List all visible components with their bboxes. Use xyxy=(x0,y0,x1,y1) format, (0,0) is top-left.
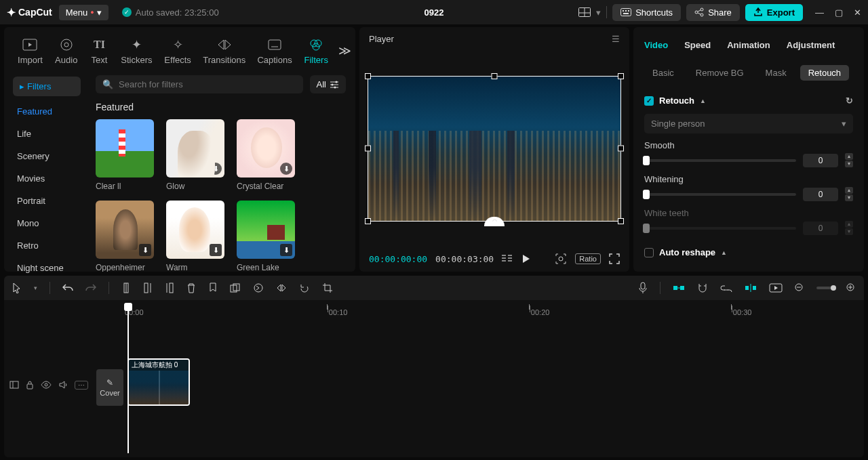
category-scenery[interactable]: Scenery xyxy=(7,145,86,167)
layout-icon[interactable] xyxy=(578,7,591,17)
filter-item[interactable]: ⬇ Green Lake xyxy=(237,201,295,272)
resize-handle[interactable] xyxy=(618,73,624,79)
mute-icon[interactable] xyxy=(58,380,68,390)
subtab-basic[interactable]: Basic xyxy=(644,65,682,81)
resize-handle[interactable] xyxy=(365,73,371,79)
resize-handle[interactable] xyxy=(365,218,371,224)
tab-transitions[interactable]: Transitions xyxy=(197,35,252,68)
resize-handle[interactable] xyxy=(618,218,624,224)
mic-icon[interactable] xyxy=(638,282,648,294)
lock-icon[interactable] xyxy=(26,380,34,390)
scan-icon[interactable] xyxy=(555,253,567,265)
link-icon[interactable] xyxy=(720,284,732,292)
category-portrait[interactable]: Portrait xyxy=(7,190,86,212)
more-tabs-icon[interactable]: ≫ xyxy=(338,43,351,58)
rotate-icon[interactable] xyxy=(299,283,310,293)
whitening-slider[interactable] xyxy=(644,193,796,196)
undo-icon[interactable] xyxy=(62,283,73,293)
split-right-icon[interactable] xyxy=(165,283,174,293)
split-left-icon[interactable] xyxy=(143,283,153,293)
download-icon[interactable]: ⬇ xyxy=(210,163,222,175)
cover-button[interactable]: ✎ Cover xyxy=(96,369,123,406)
fullscreen-icon[interactable] xyxy=(609,253,620,264)
slider-thumb[interactable] xyxy=(643,156,650,165)
ratio-button[interactable]: Ratio xyxy=(575,253,601,264)
preview-toggle-icon[interactable] xyxy=(769,283,783,293)
zoom-out-icon[interactable] xyxy=(795,283,804,293)
redo-icon[interactable] xyxy=(85,283,96,293)
slider-thumb[interactable] xyxy=(643,190,650,199)
retouch-checkbox[interactable]: ✓ xyxy=(644,96,654,106)
tool-dropdown-icon[interactable]: ▾ xyxy=(34,285,37,291)
filter-item[interactable]: ⬇ Oppenheimer xyxy=(96,201,154,272)
tab-effects[interactable]: ✧ Effects xyxy=(158,35,197,68)
download-icon[interactable]: ⬇ xyxy=(139,244,151,256)
player-viewport[interactable]: ◠ xyxy=(359,51,629,246)
category-featured[interactable]: Featured xyxy=(7,100,86,123)
menu-button[interactable]: Menu ● ▾ xyxy=(59,5,108,20)
play-icon[interactable] xyxy=(521,254,530,264)
download-icon[interactable]: ⬇ xyxy=(210,244,222,256)
auto-reshape-checkbox[interactable] xyxy=(644,248,654,257)
timeline-ruler[interactable]: 00:00 |00:10 |00:20 |00:30 xyxy=(125,304,857,318)
retouch-mode-select[interactable]: Single person ▾ xyxy=(644,114,853,133)
track-collapse-icon[interactable] xyxy=(9,381,19,389)
resize-handle[interactable] xyxy=(492,73,498,79)
video-frame[interactable]: ◠ xyxy=(368,76,621,222)
filter-item[interactable]: Clear ll xyxy=(96,119,154,191)
tab-video[interactable]: Video xyxy=(644,40,668,50)
zoom-slider[interactable] xyxy=(816,287,834,289)
tab-text[interactable]: TI Text xyxy=(84,35,115,68)
subtab-removebg[interactable]: Remove BG xyxy=(688,65,752,81)
collapse-icon[interactable]: ▲ xyxy=(700,98,706,104)
window-maximize-icon[interactable]: ▢ xyxy=(835,7,843,18)
category-retro[interactable]: Retro xyxy=(7,234,86,257)
timeline-body[interactable]: 00:00 |00:10 |00:20 |00:30 ⋯ ✎ Cover 上海城… xyxy=(4,300,864,457)
resize-handle[interactable] xyxy=(618,146,624,152)
duplicate-icon[interactable] xyxy=(230,283,241,293)
magnet-main-icon[interactable] xyxy=(673,283,685,293)
video-clip[interactable]: 上海城市航拍 0 xyxy=(127,358,190,406)
chevron-down-icon[interactable]: ▾ xyxy=(596,7,601,18)
filter-search-input[interactable] xyxy=(119,79,296,89)
export-button[interactable]: Export xyxy=(745,4,803,21)
resize-handle[interactable] xyxy=(365,146,371,152)
shortcuts-button[interactable]: Shortcuts xyxy=(612,4,681,21)
magnet-icon[interactable] xyxy=(697,283,708,293)
tab-adjustment[interactable]: Adjustment xyxy=(787,40,835,50)
filter-all-button[interactable]: All xyxy=(310,75,346,93)
subtab-retouch[interactable]: Retouch xyxy=(800,65,849,81)
download-icon[interactable]: ⬇ xyxy=(280,244,292,256)
marker-icon[interactable] xyxy=(208,283,218,293)
step-down[interactable]: ▾ xyxy=(845,161,853,167)
tab-stickers[interactable]: ✦ Stickers xyxy=(115,35,159,68)
list-view-icon[interactable] xyxy=(502,255,513,263)
tab-animation[interactable]: Animation xyxy=(727,40,770,50)
subtab-mask[interactable]: Mask xyxy=(757,65,795,81)
tab-speed[interactable]: Speed xyxy=(684,40,711,50)
player-menu-icon[interactable]: ☰ xyxy=(612,34,620,44)
window-minimize-icon[interactable]: — xyxy=(815,7,824,18)
category-movies[interactable]: Movies xyxy=(7,167,86,190)
filter-search[interactable]: 🔍 xyxy=(96,75,303,93)
tab-audio[interactable]: Audio xyxy=(49,35,84,68)
reverse-icon[interactable] xyxy=(253,283,264,293)
share-button[interactable]: Share xyxy=(686,4,740,21)
eye-icon[interactable] xyxy=(41,381,52,389)
tab-import[interactable]: Import xyxy=(12,35,49,68)
collapse-icon[interactable]: ▲ xyxy=(721,249,727,256)
smooth-slider[interactable] xyxy=(644,159,796,162)
track-more-icon[interactable]: ⋯ xyxy=(75,381,88,390)
auto-reshape-header[interactable]: Auto reshape ▲ xyxy=(644,242,853,263)
reset-icon[interactable]: ↻ xyxy=(846,96,853,106)
step-up[interactable]: ▴ xyxy=(845,187,853,194)
download-icon[interactable]: ⬇ xyxy=(280,163,292,175)
mirror-icon[interactable] xyxy=(276,283,287,293)
filter-item[interactable]: ⬇ Glow xyxy=(166,119,224,191)
zoom-in-icon[interactable] xyxy=(846,283,856,293)
step-down[interactable]: ▾ xyxy=(845,194,853,201)
tab-filters[interactable]: Filters xyxy=(298,35,334,68)
filter-item[interactable]: ⬇ Warm xyxy=(166,201,224,272)
crop-icon[interactable] xyxy=(322,283,333,293)
delete-icon[interactable] xyxy=(186,283,196,293)
